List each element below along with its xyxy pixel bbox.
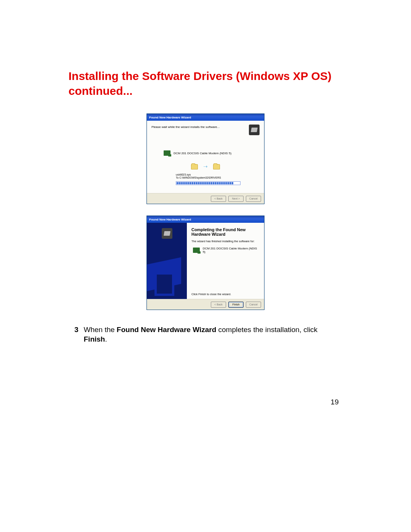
wizard1-copy-dest: To C:\WINDOWS\system32\DRIVERS [176,176,241,179]
folder-dest-icon [213,164,220,169]
wizard2-complete-title: Completing the Found New Hardware Wizard [191,227,260,236]
step-bold-finish: Finish [84,335,105,343]
wizard-installing-screenshot: Found New Hardware Wizard Please wait wh… [147,113,264,204]
step-text-1: When the [84,326,117,334]
hardware-icon [249,125,260,135]
network-adapter-icon [193,248,200,253]
wizard2-finish-button[interactable]: Finish [228,302,244,308]
progress-bar [176,181,241,185]
folder-source-icon [191,164,198,169]
wizard2-sidebar-image [147,223,187,299]
wizard2-back-button: < Back [211,302,226,308]
wizard1-back-button: < Back [211,196,226,202]
wizard2-device-name: DCM 201 DOCSIS Cable Modem (NDIS 5) [203,247,260,254]
wizard2-complete-subtitle: The wizard has finished installing the s… [191,240,260,243]
wizard1-next-button: Next > [228,196,244,202]
instruction-step-3: 3 When the Found New Hardware Wizard com… [68,325,342,344]
step-text-2: completes the installation, click [216,326,317,334]
step-bold-wizard-name: Found New Hardware Wizard [117,326,217,334]
wizard1-copy-file: usb8023.sys [176,173,241,176]
section-heading: Installing the Software Drivers (Windows… [68,69,342,98]
wizard2-cancel-button: Cancel [246,302,261,308]
network-adapter-icon [164,150,170,156]
step-number: 3 [68,325,78,344]
copy-arrow-icon: ➝ [203,163,208,169]
wizard1-device-name: DCM 201 DOCSIS Cable Modem (NDIS 5) [174,152,231,155]
wizard2-close-hint: Click Finish to close the wizard. [191,292,260,296]
wizard2-titlebar: Found New Hardware Wizard [147,216,264,223]
wizard1-instruction: Please wait while the wizard installs th… [151,125,220,129]
wizard-complete-screenshot: Found New Hardware Wizard Completing the… [147,216,264,310]
hardware-icon [162,228,172,239]
wizard1-titlebar: Found New Hardware Wizard [147,114,264,121]
page-number: 19 [331,398,339,406]
wizard1-cancel-button: Cancel [246,196,261,202]
step-text-3: . [105,335,107,343]
